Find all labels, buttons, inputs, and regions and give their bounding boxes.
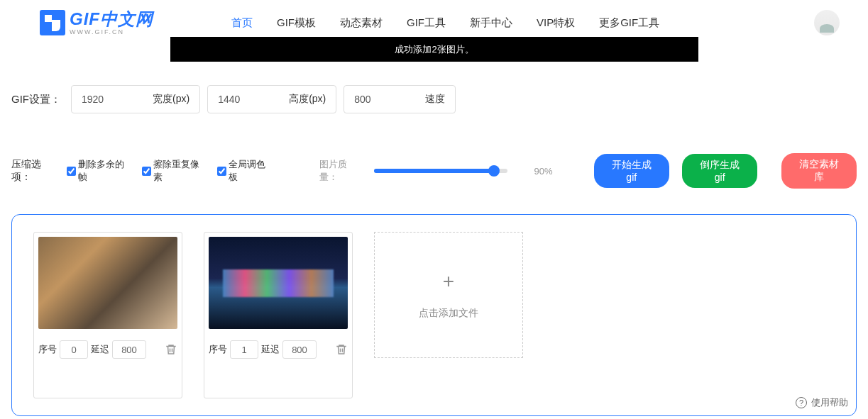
plus-icon: +	[443, 270, 454, 293]
height-input-group: 高度(px)	[207, 85, 336, 113]
nav-home[interactable]: 首页	[231, 16, 253, 30]
checkbox-global-palette-label[interactable]: 全局调色板	[229, 158, 271, 184]
add-file-label: 点击添加文件	[419, 307, 478, 320]
delay-input[interactable]	[112, 340, 146, 359]
checkbox-remove-frames-label[interactable]: 删除多余的帧	[78, 158, 129, 184]
nav-templates[interactable]: GIF模板	[277, 16, 316, 30]
order-input[interactable]	[60, 340, 88, 359]
clear-library-button[interactable]: 清空素材库	[781, 153, 857, 189]
nav-tools[interactable]: GIF工具	[407, 16, 446, 30]
frame-thumbnail	[209, 237, 348, 329]
quality-slider-fill	[374, 169, 494, 173]
avatar[interactable]	[814, 10, 840, 35]
delay-label: 延迟	[261, 343, 280, 356]
nav-more[interactable]: 更多GIF工具	[599, 16, 659, 30]
height-input[interactable]	[218, 94, 275, 105]
logo[interactable]: GIF中文网 WWW.GIF.CN	[40, 10, 153, 35]
start-generate-button[interactable]: 开始生成gif	[594, 154, 669, 188]
frame-card[interactable]: 序号 延迟	[204, 232, 353, 398]
width-label: 宽度(px)	[153, 93, 189, 106]
help-link[interactable]: ? 使用帮助	[796, 396, 848, 409]
toast-message: 成功添加2张图片。	[170, 37, 698, 62]
checkbox-erase-dup: 擦除重复像素	[142, 158, 204, 184]
checkbox-remove-frames-input[interactable]	[67, 167, 76, 176]
trash-icon[interactable]	[335, 343, 348, 356]
checkbox-remove-frames: 删除多余的帧	[67, 158, 129, 184]
delay-label: 延迟	[91, 343, 109, 356]
speed-input-group: 速度	[344, 85, 456, 113]
nav-newbie[interactable]: 新手中心	[470, 16, 512, 30]
quality-value: 90%	[534, 166, 553, 177]
quality-slider-thumb[interactable]	[488, 165, 500, 177]
logo-title: GIF中文网	[70, 11, 153, 28]
order-label: 序号	[209, 343, 227, 356]
checkbox-erase-dup-label[interactable]: 擦除重复像素	[153, 158, 204, 184]
gif-settings-row: GIF设置： 宽度(px) 高度(px) 速度	[0, 85, 868, 113]
help-label: 使用帮助	[811, 396, 848, 409]
frame-thumbnail	[38, 237, 177, 329]
compress-title: 压缩选项：	[11, 158, 58, 184]
width-input-group: 宽度(px)	[71, 85, 200, 113]
help-icon: ?	[796, 397, 807, 408]
order-label: 序号	[38, 343, 57, 356]
delay-input[interactable]	[282, 340, 317, 359]
trash-icon[interactable]	[165, 343, 177, 356]
quality-label: 图片质量：	[319, 158, 363, 184]
quality-slider[interactable]	[374, 169, 507, 173]
nav: 首页 GIF模板 动态素材 GIF工具 新手中心 VIP特权 更多GIF工具	[231, 16, 659, 30]
reverse-generate-button[interactable]: 倒序生成gif	[682, 154, 757, 188]
frames-canvas: 序号 延迟 序号 延迟 + 点击添加文件	[11, 214, 857, 416]
checkbox-global-palette-input[interactable]	[217, 167, 226, 176]
speed-input[interactable]	[354, 94, 411, 105]
add-file-card[interactable]: + 点击添加文件	[374, 232, 523, 358]
frame-card[interactable]: 序号 延迟	[33, 232, 182, 398]
order-input[interactable]	[230, 340, 258, 359]
nav-vip[interactable]: VIP特权	[537, 16, 575, 30]
logo-icon	[40, 10, 65, 35]
settings-title: GIF设置：	[11, 93, 61, 106]
nav-assets[interactable]: 动态素材	[340, 16, 383, 30]
width-input[interactable]	[82, 94, 138, 105]
frame-controls: 序号 延迟	[38, 340, 177, 359]
frame-controls: 序号 延迟	[209, 340, 348, 359]
checkbox-erase-dup-input[interactable]	[142, 167, 151, 176]
compress-options-row: 压缩选项： 删除多余的帧 擦除重复像素 全局调色板 图片质量： 90% 开始生成…	[0, 153, 868, 189]
logo-subtitle: WWW.GIF.CN	[70, 29, 153, 35]
speed-label: 速度	[425, 93, 445, 106]
checkbox-global-palette: 全局调色板	[217, 158, 271, 184]
height-label: 高度(px)	[289, 93, 326, 106]
